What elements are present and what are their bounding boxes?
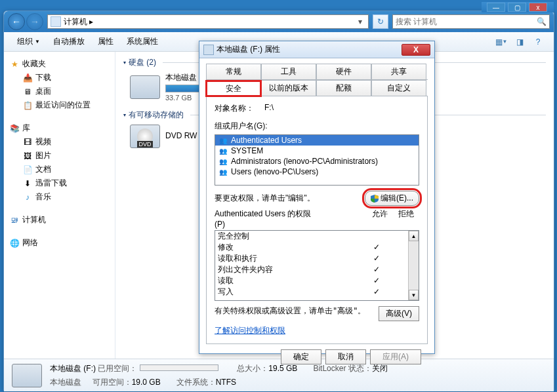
user-system[interactable]: 👥SYSTEM	[215, 146, 419, 156]
dialog-title: 本地磁盘 (F:) 属性	[217, 44, 402, 55]
advanced-text: 有关特殊权限或高级设置，请单击"高级"。	[215, 306, 379, 316]
refresh-button[interactable]: ↻	[373, 14, 388, 29]
autoplay-button[interactable]: 自动播放	[47, 36, 91, 47]
computer-icon	[51, 16, 61, 27]
search-input[interactable]	[396, 17, 537, 26]
address-bar[interactable]: 计算机 ▸ ▾	[47, 14, 369, 29]
search-icon[interactable]: 🔍	[537, 17, 547, 26]
libraries-group[interactable]: 📚库	[7, 121, 112, 135]
sidebar-pictures[interactable]: 🖼图片	[7, 149, 112, 163]
dialog-buttons: 确定 取消 应用(A)	[206, 344, 428, 370]
tab-customize[interactable]: 自定义	[371, 80, 426, 96]
tab-tools[interactable]: 工具	[261, 64, 316, 79]
tab-hardware[interactable]: 硬件	[316, 64, 371, 79]
address-text: 计算机 ▸	[64, 16, 355, 28]
perm-modify: 修改✓	[215, 242, 419, 253]
edit-button[interactable]: 编辑(E)...	[365, 191, 419, 206]
sidebar-thunder[interactable]: ⬇迅雷下载	[7, 176, 112, 190]
user-administrators[interactable]: 👥Administrators (lenovo-PC\Administrator…	[215, 156, 419, 167]
tab-quota[interactable]: 配额	[316, 80, 371, 96]
apply-button[interactable]: 应用(A)	[370, 349, 421, 364]
dvd-icon: DVD	[130, 125, 160, 148]
perm-full-control: 完全控制	[215, 231, 419, 242]
perm-read: 读取✓	[215, 275, 419, 286]
sidebar-network[interactable]: 🌐网络	[7, 236, 112, 250]
status-drive-icon	[12, 364, 42, 387]
navigation-pane: ★收藏夹 📥下载 🖥桌面 📋最近访问的位置 📚库 🎞视频 🖼图片 📄文档 ⬇迅雷…	[4, 52, 115, 359]
dialog-titlebar[interactable]: 本地磁盘 (F:) 属性 X	[199, 41, 434, 58]
back-button[interactable]: ←	[8, 13, 25, 30]
user-users[interactable]: 👥Users (lenovo-PC\Users)	[215, 167, 419, 177]
window-controls: — ▢ x	[482, 2, 554, 12]
user-list[interactable]: 👥Authenticated Users 👥SYSTEM 👥Administra…	[215, 134, 419, 186]
tabs-row2: 安全 以前的版本 配额 自定义	[206, 80, 428, 96]
status-title: 本地磁盘 (F:)	[50, 364, 96, 373]
object-name-value: F:\	[264, 103, 274, 114]
dialog-close-button[interactable]: X	[402, 44, 430, 56]
sidebar-music[interactable]: ♪音乐	[7, 190, 112, 204]
navigation-bar: ← → 计算机 ▸ ▾ ↻ 🔍	[4, 11, 554, 32]
tab-previous-versions[interactable]: 以前的版本	[261, 80, 316, 96]
group-label: 组或用户名(G):	[215, 121, 419, 132]
drive-icon	[203, 45, 214, 55]
perm-read-execute: 读取和执行✓	[215, 253, 419, 264]
user-authenticated[interactable]: 👥Authenticated Users	[215, 135, 419, 146]
permissions-list[interactable]: 完全控制 修改✓ 读取和执行✓ 列出文件夹内容✓ 读取✓ 写入✓ ▲▼	[215, 230, 419, 301]
properties-dialog: 本地磁盘 (F:) 属性 X 常规 工具 硬件 共享 安全 以前的版本 配额 自…	[199, 41, 435, 354]
preview-pane-icon[interactable]: ◨	[512, 35, 527, 49]
help-icon[interactable]: ?	[530, 35, 546, 49]
sidebar-desktop[interactable]: 🖥桌面	[7, 85, 112, 98]
tab-general[interactable]: 常规	[206, 64, 261, 79]
organize-menu[interactable]: 组织▼	[10, 36, 47, 47]
tab-security[interactable]: 安全	[206, 81, 261, 96]
edit-text: 要更改权限，请单击"编辑"。	[215, 193, 315, 204]
sidebar-documents[interactable]: 📄文档	[7, 163, 112, 176]
address-dropdown[interactable]: ▾	[355, 17, 365, 26]
perm-write: 写入✓	[215, 286, 419, 298]
maximize-button[interactable]: ▢	[508, 3, 526, 12]
tab-sharing[interactable]: 共享	[371, 64, 426, 79]
tabs-row1: 常规 工具 硬件 共享	[206, 64, 428, 80]
security-tab-content: 对象名称： F:\ 组或用户名(G): 👥Authenticated Users…	[206, 96, 428, 344]
sidebar-downloads[interactable]: 📥下载	[7, 71, 112, 85]
sidebar-recent[interactable]: 📋最近访问的位置	[7, 98, 112, 112]
perm-scrollbar[interactable]: ▲▼	[408, 231, 419, 300]
object-name-label: 对象名称：	[215, 103, 264, 114]
learn-link[interactable]: 了解访问控制和权限	[215, 325, 285, 336]
properties-button[interactable]: 属性	[91, 36, 120, 47]
status-subtitle: 本地磁盘	[50, 378, 81, 387]
favorites-group[interactable]: ★收藏夹	[7, 57, 112, 71]
view-options-icon[interactable]: ▦▼	[493, 35, 509, 49]
cancel-button[interactable]: 取消	[325, 349, 366, 364]
minimize-button[interactable]: —	[487, 3, 505, 12]
ok-button[interactable]: 确定	[281, 349, 321, 364]
close-button[interactable]: x	[529, 3, 547, 12]
shield-icon	[371, 195, 379, 203]
sidebar-computer[interactable]: 🖳计算机	[7, 213, 112, 227]
advanced-button[interactable]: 高级(V)	[379, 306, 419, 321]
drive-icon	[130, 75, 160, 99]
allow-header: 允许	[367, 208, 393, 229]
system-properties-button[interactable]: 系统属性	[120, 36, 165, 47]
sidebar-videos[interactable]: 🎞视频	[7, 135, 112, 149]
search-box[interactable]: 🔍	[392, 14, 550, 29]
perm-list-folder: 列出文件夹内容✓	[215, 264, 419, 275]
forward-button[interactable]: →	[26, 13, 43, 30]
deny-header: 拒绝	[393, 208, 419, 229]
